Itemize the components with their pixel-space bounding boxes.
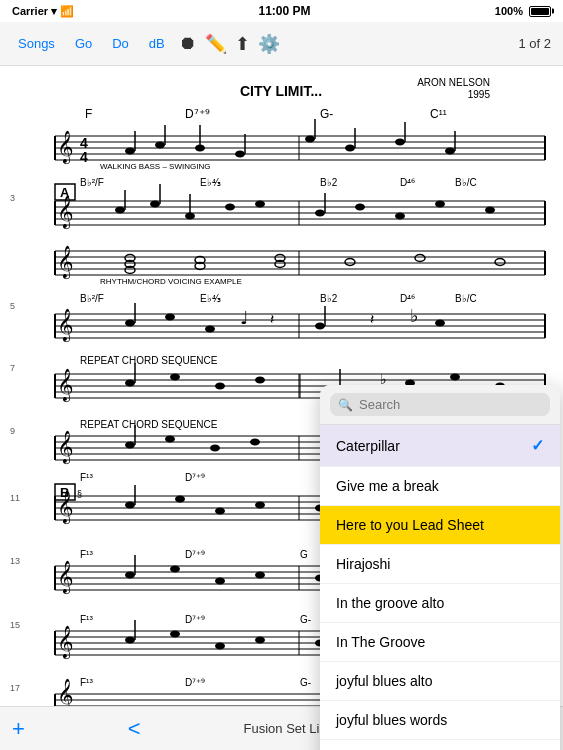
staff-2b: 𝄞 RHYTHM/CHORD VOICING EXAMPLE (55, 245, 545, 286)
dropdown-menu[interactable]: 🔍 Caterpillar✓Give me a breakHere to you… (320, 385, 560, 750)
svg-text:F¹³: F¹³ (80, 549, 93, 560)
svg-text:D⁷⁺⁹: D⁷⁺⁹ (185, 472, 205, 483)
search-input[interactable] (359, 397, 542, 412)
svg-point-205 (125, 637, 135, 644)
svg-point-31 (395, 139, 405, 146)
dropdown-item-joyful-blues-words[interactable]: joyful blues words (320, 701, 560, 740)
do-button[interactable]: Do (106, 32, 135, 55)
svg-point-62 (355, 204, 365, 211)
pencil-icon[interactable]: ✏️ (205, 33, 227, 55)
svg-point-60 (315, 210, 325, 217)
carrier-label: Carrier (12, 5, 48, 17)
svg-text:7: 7 (10, 363, 15, 373)
dropdown-item-hirajoshi[interactable]: Hirajoshi (320, 545, 560, 584)
svg-point-207 (170, 631, 180, 638)
svg-text:𝄞: 𝄞 (57, 430, 74, 465)
svg-text:𝄞: 𝄞 (57, 368, 74, 403)
dropdown-item-kickback[interactable]: Kickback (320, 740, 560, 750)
svg-text:G-: G- (320, 107, 333, 121)
svg-text:B♭/C: B♭/C (455, 293, 477, 304)
staff-2: 𝄞 (55, 184, 545, 230)
dropdown-item-label-here-to-you: Here to you Lead Sheet (336, 517, 484, 533)
dropdown-item-caterpillar[interactable]: Caterpillar✓ (320, 425, 560, 467)
svg-point-189 (170, 566, 180, 573)
dropdown-item-joyful-blues-alto[interactable]: joyful blues alto (320, 662, 560, 701)
dropdown-item-label-in-the-groove-alto: In the groove alto (336, 595, 444, 611)
dropdown-item-label-caterpillar: Caterpillar (336, 438, 400, 454)
svg-text:𝄞: 𝄞 (57, 308, 74, 343)
toolbar: Songs Go Do dB ⏺ ✏️ ⬆ ⚙️ 1 of 2 (0, 22, 563, 66)
record-button[interactable]: ⏺ (179, 33, 197, 54)
svg-point-54 (150, 201, 160, 208)
svg-point-190 (215, 578, 225, 585)
svg-point-166 (125, 502, 135, 509)
svg-point-63 (395, 213, 405, 220)
carrier-text: Carrier ▾ 📶 (12, 5, 74, 18)
add-button[interactable]: + (12, 716, 25, 742)
svg-point-21 (155, 142, 165, 149)
svg-text:E♭⁴⁄₃: E♭⁴⁄₃ (200, 293, 221, 304)
svg-text:𝄞: 𝄞 (57, 678, 74, 706)
svg-text:D⁷⁺⁹: D⁷⁺⁹ (185, 549, 205, 560)
svg-text:F¹³: F¹³ (80, 677, 93, 688)
svg-point-208 (215, 643, 225, 650)
nav-back-button[interactable]: < (128, 716, 141, 742)
svg-text:REPEAT CHORD SEQUENCE: REPEAT CHORD SEQUENCE (80, 355, 218, 366)
svg-text:𝄞: 𝄞 (57, 130, 74, 165)
svg-point-103 (165, 314, 175, 321)
staff-3: 𝄞 ♩ 𝄽 𝄽 ♭ (55, 303, 545, 343)
svg-text:CITY LIMIT...: CITY LIMIT... (240, 83, 322, 99)
svg-text:G-: G- (300, 677, 311, 688)
svg-text:♩: ♩ (240, 308, 248, 328)
staff-1: 𝄞 4 4 WALKING BASS – SWINGING (55, 119, 545, 171)
svg-text:𝄞: 𝄞 (57, 560, 74, 595)
svg-point-59 (255, 201, 265, 208)
svg-text:D⁷⁺⁹: D⁷⁺⁹ (185, 614, 205, 625)
page-info: 1 of 2 (518, 36, 551, 51)
svg-point-85 (495, 259, 505, 266)
db-button[interactable]: dB (143, 32, 171, 55)
svg-point-27 (305, 136, 315, 143)
search-box: 🔍 (330, 393, 550, 416)
svg-text:E♭⁴⁄₃: E♭⁴⁄₃ (200, 177, 221, 188)
svg-text:REPEAT CHORD SEQUENCE: REPEAT CHORD SEQUENCE (80, 419, 218, 430)
svg-text:𝄽: 𝄽 (370, 314, 374, 324)
svg-point-19 (125, 148, 135, 155)
status-bar: Carrier ▾ 📶 11:00 PM 100% (0, 0, 563, 22)
wifi-icon: 📶 (60, 5, 74, 17)
share-icon[interactable]: ⬆ (235, 33, 250, 55)
svg-text:♭: ♭ (410, 306, 418, 326)
dropdown-item-in-the-groove[interactable]: In The Groove (320, 623, 560, 662)
songs-button[interactable]: Songs (12, 32, 61, 55)
go-button[interactable]: Go (69, 32, 98, 55)
svg-point-52 (115, 207, 125, 214)
svg-point-209 (255, 637, 265, 644)
svg-point-65 (485, 207, 495, 214)
svg-point-125 (170, 374, 180, 381)
dropdown-item-here-to-you[interactable]: Here to you Lead Sheet (320, 506, 560, 545)
svg-point-145 (125, 442, 135, 449)
svg-point-83 (345, 259, 355, 266)
dropdown-item-give-me-a-break[interactable]: Give me a break (320, 467, 560, 506)
svg-point-23 (195, 145, 205, 152)
svg-point-84 (415, 255, 425, 262)
svg-text:D⁴⁶: D⁴⁶ (400, 293, 415, 304)
svg-point-107 (315, 323, 325, 330)
dropdown-item-in-the-groove-alto[interactable]: In the groove alto (320, 584, 560, 623)
set-list-label: Fusion Set List (244, 721, 330, 736)
svg-text:D⁴⁶: D⁴⁶ (400, 177, 415, 188)
svg-text:3: 3 (10, 193, 15, 203)
settings-icon[interactable]: ⚙️ (258, 33, 280, 55)
svg-text:5: 5 (10, 301, 15, 311)
svg-point-170 (255, 502, 265, 509)
toolbar-right: 1 of 2 (518, 36, 551, 51)
dropdown-item-label-in-the-groove: In The Groove (336, 634, 425, 650)
svg-text:13: 13 (10, 556, 20, 566)
svg-text:B♭2: B♭2 (320, 177, 338, 188)
svg-point-169 (215, 508, 225, 515)
svg-point-33 (445, 148, 455, 155)
dropdown-item-label-joyful-blues-words: joyful blues words (336, 712, 447, 728)
svg-text:G: G (300, 549, 308, 560)
svg-point-111 (435, 320, 445, 327)
check-mark-caterpillar: ✓ (531, 436, 544, 455)
